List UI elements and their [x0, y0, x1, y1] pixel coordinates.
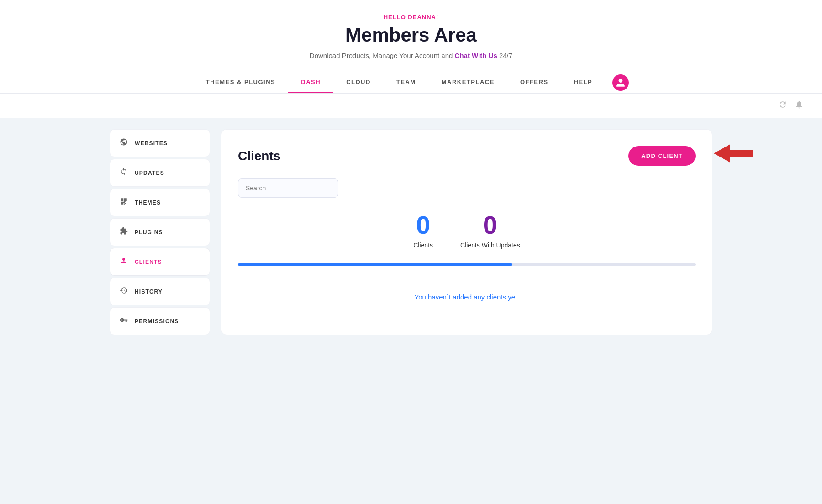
sidebar-websites-label: WEBSITES — [135, 140, 168, 147]
content-header: Clients ADD CLIENT — [238, 146, 696, 166]
arrow-head — [714, 144, 730, 163]
sidebar-item-permissions[interactable]: PERMISSIONS — [110, 307, 210, 335]
clients-count: 0 — [413, 212, 433, 238]
arrow-indicator — [714, 144, 753, 163]
nav-themes-plugins[interactable]: THEMES & PLUGINS — [193, 72, 289, 93]
subtitle: Download Products, Manage Your Account a… — [9, 52, 813, 59]
nav-cloud[interactable]: CLOUD — [333, 72, 384, 93]
stat-clients: 0 Clients — [413, 212, 433, 249]
plugins-icon — [119, 227, 128, 237]
nav-offers[interactable]: OFFERS — [507, 72, 561, 93]
sidebar: WEBSITES UPDATES THEMES PLUGINS CLIENTS — [110, 129, 210, 335]
chat-link[interactable]: Chat With Us — [455, 52, 497, 59]
content-title: Clients — [238, 149, 280, 163]
clients-updates-label: Clients With Updates — [460, 242, 520, 249]
sidebar-updates-label: UPDATES — [135, 170, 164, 176]
notification-icon[interactable] — [795, 100, 804, 111]
updates-icon — [119, 168, 128, 178]
subtitle-text-end: 24/7 — [499, 52, 512, 59]
progress-bar-fill — [238, 263, 512, 266]
add-client-button[interactable]: ADD CLIENT — [628, 146, 696, 166]
main-nav: THEMES & PLUGINS DASH CLOUD TEAM MARKETP… — [9, 72, 813, 93]
hello-greeting: HELLO DEANNA! — [9, 14, 813, 21]
main-layout: WEBSITES UPDATES THEMES PLUGINS CLIENTS — [91, 118, 731, 346]
clients-label: Clients — [413, 242, 433, 249]
nav-help[interactable]: HELP — [561, 72, 606, 93]
sidebar-item-plugins[interactable]: PLUGINS — [110, 218, 210, 246]
empty-message: You haven`t added any clients yet. — [238, 284, 696, 310]
top-header: HELLO DEANNA! Members Area Download Prod… — [0, 0, 822, 94]
page-main-title: Members Area — [9, 24, 813, 46]
sidebar-permissions-label: PERMISSIONS — [135, 318, 179, 325]
content-area: Clients ADD CLIENT 0 Clients 0 Clients W… — [221, 129, 712, 335]
sidebar-item-themes[interactable]: THEMES — [110, 189, 210, 216]
nav-dash[interactable]: DASH — [288, 72, 333, 93]
history-icon — [119, 286, 128, 297]
themes-icon — [119, 197, 128, 208]
refresh-icon[interactable] — [778, 100, 787, 111]
sidebar-item-updates[interactable]: UPDATES — [110, 159, 210, 187]
nav-team[interactable]: TEAM — [384, 72, 429, 93]
progress-bar-container — [238, 263, 696, 266]
permissions-icon — [119, 316, 128, 326]
subtitle-text-start: Download Products, Manage Your Account a… — [310, 52, 455, 59]
toolbar-bar — [0, 94, 822, 118]
sidebar-themes-label: THEMES — [135, 200, 161, 206]
sidebar-item-websites[interactable]: WEBSITES — [110, 129, 210, 157]
sidebar-history-label: HISTORY — [135, 289, 163, 295]
globe-icon — [119, 138, 128, 148]
stat-clients-updates: 0 Clients With Updates — [460, 212, 520, 249]
avatar[interactable] — [612, 74, 629, 91]
clients-icon — [119, 257, 128, 267]
sidebar-item-clients[interactable]: CLIENTS — [110, 248, 210, 276]
search-input[interactable] — [238, 178, 338, 198]
sidebar-item-history[interactable]: HISTORY — [110, 278, 210, 305]
arrow-shaft — [730, 150, 753, 157]
sidebar-plugins-label: PLUGINS — [135, 229, 163, 236]
nav-marketplace[interactable]: MARKETPLACE — [429, 72, 507, 93]
clients-updates-count: 0 — [460, 212, 520, 238]
stats-row: 0 Clients 0 Clients With Updates — [238, 212, 696, 249]
sidebar-clients-label: CLIENTS — [135, 259, 162, 265]
